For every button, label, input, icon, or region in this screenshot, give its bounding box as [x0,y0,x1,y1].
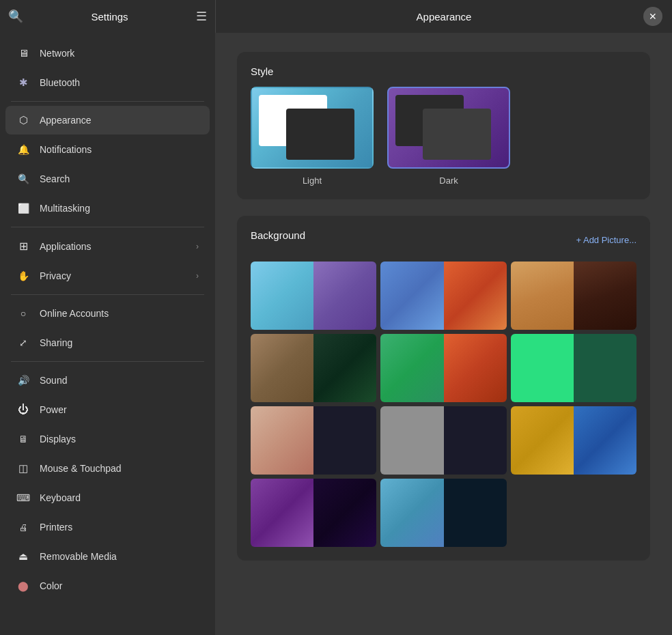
wallpaper-item-5[interactable] [380,334,506,402]
style-preview-dark[interactable] [387,87,510,169]
background-section: Background + Add Picture... [237,216,650,561]
separator-1 [11,101,204,102]
settings-window: 🔍 Settings ☰ Appearance ✕ Network Blueto… [0,0,672,635]
sidebar-title: Settings [29,11,191,23]
wallpaper-2-right [444,262,507,330]
style-option-light[interactable]: Light [251,87,374,186]
power-icon [16,404,30,416]
style-preview-light[interactable] [251,87,374,169]
separator-2 [11,227,204,227]
keyboard-icon [16,492,30,504]
sidebar-label-mouse: Mouse & Touchpad [40,463,199,474]
sidebar-label-privacy: Privacy [40,270,186,281]
wallpaper-item-3[interactable] [511,262,636,330]
style-options: Light Dark [251,87,636,186]
privacy-chevron: › [196,271,199,281]
sidebar-item-keyboard[interactable]: Keyboard [5,483,210,512]
style-section-title: Style [251,66,636,77]
separator-3 [11,294,204,295]
sidebar-item-removable[interactable]: Removable Media [5,542,210,571]
sidebar-item-bluetooth[interactable]: Bluetooth [5,68,210,97]
wallpaper-3-right [574,262,636,330]
wallpaper-11-left [380,479,443,547]
printers-icon [16,521,30,533]
titlebar: 🔍 Settings ☰ Appearance ✕ [0,0,672,33]
sidebar-item-online-accounts[interactable]: Online Accounts [5,299,210,328]
close-button[interactable]: ✕ [643,7,662,26]
sidebar-label-applications: Applications [40,241,186,252]
mouse-icon [16,462,30,475]
online-accounts-icon [16,307,30,320]
sidebar-label-search: Search [40,173,199,184]
style-option-dark[interactable]: Dark [387,87,510,186]
multitasking-icon [16,202,30,214]
appearance-icon [16,114,30,126]
sidebar-item-notifications[interactable]: Notifications [5,135,210,164]
wallpaper-3-left [511,262,574,330]
wallpaper-item-7[interactable] [251,406,376,475]
sidebar-item-displays[interactable]: Displays [5,425,210,453]
main-title: Appearance [417,11,472,23]
main-panel: Style Light Dark [215,33,672,635]
wallpaper-item-6[interactable] [511,334,636,402]
sidebar-label-printers: Printers [40,522,199,533]
wallpaper-2-left [380,262,443,330]
wallpaper-5-right [444,334,507,402]
sidebar-item-color[interactable]: Color [5,572,210,600]
sidebar-item-privacy[interactable]: Privacy › [5,262,210,290]
wallpaper-7-left [251,406,313,475]
sidebar-label-online-accounts: Online Accounts [40,308,199,319]
wallpaper-grid [251,262,636,547]
sidebar-item-search[interactable]: Search [5,165,210,193]
search-icon[interactable]: 🔍 [8,9,23,24]
wallpaper-item-9[interactable] [511,406,636,475]
sidebar-label-notifications: Notifications [40,144,199,155]
sidebar-item-network[interactable]: Network [5,39,210,68]
style-label-light: Light [303,175,322,186]
sidebar-label-displays: Displays [40,434,199,444]
wallpaper-10-left [251,479,313,547]
wallpaper-6-left [511,334,574,402]
wallpaper-item-2[interactable] [380,262,506,330]
sidebar-item-printers[interactable]: Printers [5,513,210,541]
separator-4 [11,361,204,362]
wallpaper-1-right [313,262,376,330]
sidebar-item-multitasking[interactable]: Multitasking [5,194,210,223]
light-window-dark [286,109,354,160]
background-section-title: Background [251,229,305,241]
sidebar-label-color: Color [40,580,199,591]
sidebar-label-keyboard: Keyboard [40,492,199,503]
wallpaper-6-right [574,334,636,402]
menu-icon[interactable]: ☰ [196,9,207,24]
sidebar-item-applications[interactable]: Applications › [5,231,210,261]
sidebar-item-appearance[interactable]: Appearance [5,106,210,135]
sidebar-label-bluetooth: Bluetooth [40,77,199,88]
applications-chevron: › [196,242,199,251]
sidebar-item-mouse[interactable]: Mouse & Touchpad [5,454,210,483]
sidebar-label-power: Power [40,404,199,415]
wallpaper-item-8[interactable] [380,406,506,475]
sidebar-item-sound[interactable]: Sound [5,366,210,395]
sidebar-item-power[interactable]: Power [5,395,210,424]
style-section: Style Light Dark [237,52,650,199]
sidebar-item-sharing[interactable]: Sharing [5,328,210,357]
sidebar-label-multitasking: Multitasking [40,203,199,214]
sidebar-label-removable: Removable Media [40,551,199,562]
wallpaper-5-left [380,334,443,402]
sidebar: Network Bluetooth Appearance Notificatio… [0,33,215,635]
wallpaper-item-1[interactable] [251,262,376,330]
sharing-icon [16,337,30,349]
wallpaper-item-4[interactable] [251,334,376,402]
applications-icon [16,240,30,253]
wallpaper-8-right [444,406,507,475]
wallpaper-10-right [313,479,376,547]
wallpaper-9-right [574,406,636,475]
wallpaper-item-10[interactable] [251,479,376,547]
dark-window-light [423,109,491,160]
privacy-icon [16,270,30,282]
sidebar-label-sharing: Sharing [40,337,199,348]
add-picture-button[interactable]: + Add Picture... [576,235,636,245]
wallpaper-1-left [251,262,313,330]
wallpaper-item-11[interactable] [380,479,506,547]
network-icon [16,47,30,59]
